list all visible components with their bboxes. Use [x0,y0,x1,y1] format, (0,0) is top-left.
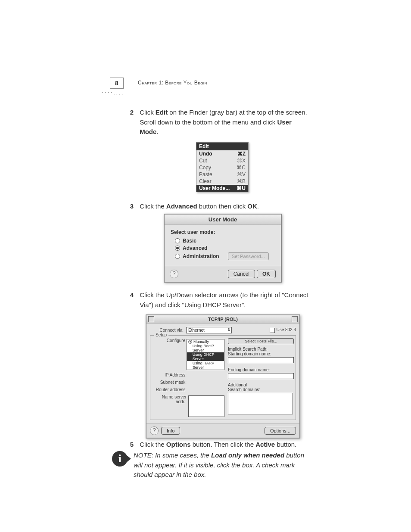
ok-button[interactable]: OK [257,270,276,278]
zoom-icon[interactable] [292,316,298,322]
help-icon[interactable]: ? [150,426,159,435]
step-4: 4 Click the Up/Down selector arrows (to … [125,290,314,310]
radio-icon [175,246,180,251]
name-server-input[interactable] [188,395,224,417]
radio-administration[interactable]: AdministrationSet Password... [175,252,275,260]
starting-domain-input[interactable] [228,357,294,363]
menu-item-cut[interactable]: Cut⌘X [196,157,248,164]
step-number: 4 [125,290,134,300]
select-hosts-button[interactable]: Select Hosts File... [228,338,294,344]
step-number: 2 [125,108,134,118]
close-icon[interactable] [148,316,154,322]
menu-item-user-mode[interactable]: User Mode...⌘U [196,185,248,192]
use-8023-label: Use 802.3 [276,327,296,332]
options-button[interactable]: Options... [265,427,296,435]
name-server-label: Name server addr.: [153,395,187,404]
edit-menu-title: Edit [196,143,248,150]
router-address-label: Router address: [153,387,187,392]
info-button[interactable]: Info [161,427,180,435]
configure-label: Configure: [153,338,187,370]
use-8023-checkbox[interactable] [270,328,275,333]
additional-label: Additional [228,383,293,387]
starting-domain-label: Starting domain name: [228,352,293,356]
note-text: NOTE: In some cases, the Load only when … [134,451,314,480]
ending-domain-input[interactable] [228,373,294,379]
edit-menu-figure: Edit Undo⌘Z Cut⌘X Copy⌘C Paste⌘V Clear⌘B… [196,142,249,192]
subnet-mask-label: Subnet mask: [153,380,187,385]
menu-item-undo[interactable]: Undo⌘Z [196,150,248,157]
window-title: TCP/IP (ROL) [154,317,292,322]
menu-item-clear[interactable]: Clear⌘B [196,178,248,185]
option-manually[interactable]: Manually [187,339,224,344]
tcpip-window: TCP/IP (ROL) Connect via: Ethernet Use 8… [146,314,300,439]
step-text: Click the Options button. Then click the… [140,440,312,450]
step-text: Click the Up/Down selector arrows (to th… [140,290,312,310]
ending-domain-label: Ending domain name: [228,367,293,372]
search-domains-label: Search domains: [228,387,293,392]
user-mode-dialog: User Mode Select user mode: Basic Advanc… [164,214,282,283]
option-dhcp[interactable]: Using DHCP Server [187,352,224,361]
menu-item-paste[interactable]: Paste⌘V [196,171,248,178]
chapter-title: Chapter 1: Before You Begin [138,80,207,86]
dialog-title: User Mode [165,215,281,225]
step-5: 5 Click the Options button. Then click t… [125,440,314,450]
step-number: 5 [125,440,134,450]
implicit-search-label: Implicit Search Path: [228,347,293,352]
search-domains-input[interactable] [228,393,293,414]
radio-icon [175,238,180,243]
radio-icon [175,254,180,259]
decorative-dots: ........ [101,86,124,96]
menu-item-copy[interactable]: Copy⌘C [196,164,248,171]
radio-basic[interactable]: Basic [175,238,275,244]
step-text: Click the Advanced button then click OK. [140,202,312,212]
connect-via-dropdown[interactable]: Ethernet [186,327,232,333]
ip-address-label: IP Address: [153,373,187,377]
cancel-button[interactable]: Cancel [228,270,255,278]
option-rarp[interactable]: Using RARP Server [187,361,224,370]
connect-via-label: Connect via: [150,328,184,333]
info-icon [112,451,128,467]
step-number: 3 [125,202,134,212]
step-2: 2 Click Edit on the Finder (gray bar) at… [125,108,314,137]
set-password-button: Set Password... [228,252,269,260]
radio-advanced[interactable]: Advanced [175,245,275,251]
step-text: Click Edit on the Finder (gray bar) at t… [140,108,312,137]
select-user-mode-label: Select user mode: [171,229,275,235]
step-3: 3 Click the Advanced button then click O… [125,202,314,212]
help-icon[interactable]: ? [170,270,178,278]
setup-label: Setup [154,333,168,337]
configure-dropdown[interactable]: Manually Using BootP Server Using DHCP S… [187,339,224,370]
option-bootp[interactable]: Using BootP Server [187,344,224,352]
